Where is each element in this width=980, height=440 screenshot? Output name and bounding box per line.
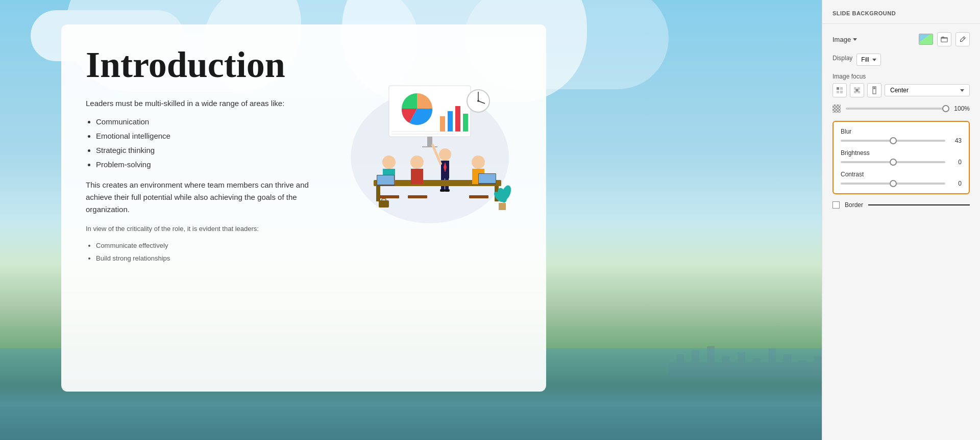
svg-rect-29 xyxy=(377,175,394,185)
panel-header: SLIDE BACKGROUND xyxy=(822,0,980,24)
svg-rect-38 xyxy=(469,195,488,198)
slide-subtitle2: In view of the criticality of the role, … xyxy=(86,224,323,235)
contrast-slider-row: 0 xyxy=(841,180,962,187)
folder-button[interactable] xyxy=(937,32,951,46)
svg-point-32 xyxy=(472,156,485,169)
svg-rect-3 xyxy=(440,116,445,132)
contrast-value: 0 xyxy=(949,180,962,187)
blur-row: Blur 43 xyxy=(841,128,962,144)
svg-point-15 xyxy=(439,148,451,161)
display-dropdown[interactable]: Fill xyxy=(856,54,880,66)
bullet-2-2: Build strong relationships xyxy=(96,253,323,264)
border-row: Border xyxy=(832,201,970,209)
bullets-list-1: Communication Emotional intelligence Str… xyxy=(96,116,323,171)
slide-body: Leaders must be multi-skilled in a wide … xyxy=(86,97,323,264)
panel-body: Image Di xyxy=(822,24,980,217)
opacity-slider-thumb[interactable] xyxy=(942,105,949,112)
meeting-illustration xyxy=(343,55,517,228)
side-panel: SLIDE BACKGROUND Image xyxy=(822,0,980,440)
chevron-down-icon xyxy=(853,38,857,41)
focus-topleft-button[interactable] xyxy=(832,83,847,97)
image-type-dropdown[interactable]: Image xyxy=(832,36,857,43)
display-value: Fill xyxy=(861,56,869,63)
svg-rect-36 xyxy=(380,195,399,198)
contrast-row: Contrast 0 xyxy=(841,171,962,187)
contrast-label: Contrast xyxy=(841,171,962,178)
blur-value: 43 xyxy=(949,137,962,144)
slide-title: Introduction xyxy=(86,45,323,85)
bullet-1-2: Emotional intelligence xyxy=(96,130,323,142)
focus-chevron-icon xyxy=(960,89,964,92)
svg-point-30 xyxy=(410,156,424,169)
contrast-slider-track[interactable] xyxy=(841,183,945,185)
bullets-list-2: Communicate effectively Build strong rel… xyxy=(96,241,323,264)
svg-point-26 xyxy=(382,156,396,169)
image-type-label: Image xyxy=(832,36,851,43)
svg-rect-31 xyxy=(411,169,423,184)
brightness-slider-thumb[interactable] xyxy=(890,159,897,166)
blur-slider-row: 43 xyxy=(841,137,962,144)
brightness-slider-track[interactable] xyxy=(841,161,945,163)
display-row: Display Fill xyxy=(832,54,970,66)
opacity-icon xyxy=(832,105,841,113)
svg-rect-35 xyxy=(479,174,496,183)
image-focus-section: Image focus xyxy=(832,73,970,97)
focus-position-dropdown[interactable]: Center xyxy=(885,84,970,96)
blur-label: Blur xyxy=(841,128,962,135)
display-label: Display xyxy=(832,55,852,62)
bbc-box: Blur 43 Brightness 0 xyxy=(832,121,970,194)
bullet-1-4: Problem-solving xyxy=(96,159,323,171)
border-label: Border xyxy=(845,201,863,209)
svg-rect-5 xyxy=(455,106,460,132)
svg-rect-54 xyxy=(856,89,859,92)
illustration-section xyxy=(338,45,522,371)
edit-button[interactable] xyxy=(955,32,970,46)
focus-center-button[interactable] xyxy=(850,83,864,97)
slide-subtitle: Leaders must be multi-skilled in a wide … xyxy=(86,97,323,110)
bullet-2-1: Communicate effectively xyxy=(96,241,323,251)
opacity-slider-track[interactable] xyxy=(846,108,948,110)
svg-rect-24 xyxy=(376,186,380,201)
svg-rect-47 xyxy=(840,87,843,90)
blur-slider-track[interactable] xyxy=(841,140,945,142)
opacity-value: 100% xyxy=(953,105,970,112)
svg-rect-41 xyxy=(499,203,506,210)
slide-canvas: Introduction Leaders must be multi-skill… xyxy=(0,0,822,440)
svg-rect-46 xyxy=(837,87,839,90)
image-focus-label: Image focus xyxy=(832,73,970,80)
svg-rect-37 xyxy=(408,195,427,198)
display-chevron-icon xyxy=(872,59,876,61)
slide-body-text: This creates an environment where team m… xyxy=(86,179,323,216)
image-preview-icon[interactable] xyxy=(919,34,933,45)
svg-rect-56 xyxy=(873,87,875,89)
brightness-row: Brightness 0 xyxy=(841,149,962,166)
text-section: Introduction Leaders must be multi-skill… xyxy=(86,45,323,371)
focus-buttons: Center xyxy=(832,83,970,97)
svg-rect-48 xyxy=(837,91,839,93)
brightness-label: Brightness xyxy=(841,149,962,157)
border-checkbox[interactable] xyxy=(832,201,840,209)
contrast-slider-thumb[interactable] xyxy=(890,180,897,187)
opacity-slider-row: 100% xyxy=(832,105,970,113)
svg-rect-6 xyxy=(463,114,468,132)
svg-rect-49 xyxy=(840,91,843,93)
svg-rect-21 xyxy=(445,189,450,192)
blur-slider-thumb[interactable] xyxy=(890,137,897,144)
svg-rect-4 xyxy=(448,111,453,132)
border-line-preview xyxy=(868,204,970,205)
svg-rect-39 xyxy=(379,200,389,208)
bullet-1-1: Communication xyxy=(96,116,323,128)
content-card: Introduction Leaders must be multi-skill… xyxy=(61,24,546,392)
focus-portrait-button[interactable] xyxy=(867,83,881,97)
focus-position-value: Center xyxy=(890,87,909,94)
image-type-row: Image xyxy=(832,32,970,46)
panel-title: SLIDE BACKGROUND xyxy=(832,10,896,16)
svg-rect-20 xyxy=(440,189,445,192)
bullet-1-3: Strategic thinking xyxy=(96,144,323,157)
brightness-value: 0 xyxy=(949,159,962,166)
brightness-slider-row: 0 xyxy=(841,159,962,166)
